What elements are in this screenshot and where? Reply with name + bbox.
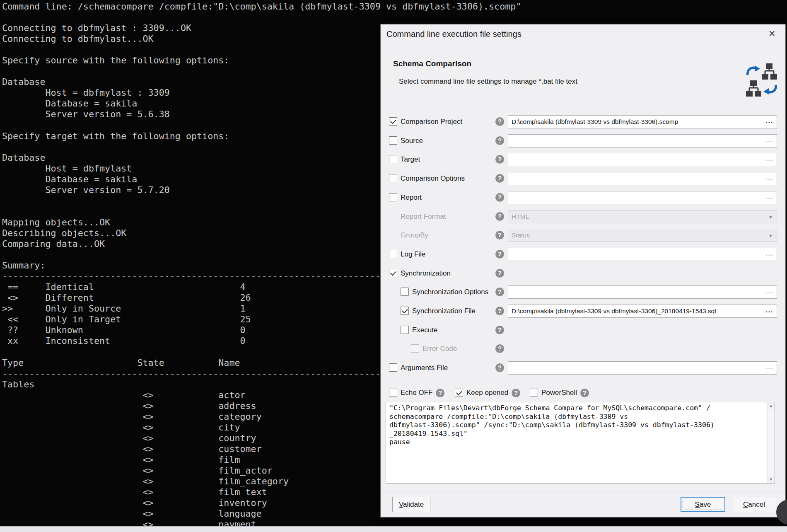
powershell-checkbox[interactable]	[530, 389, 538, 397]
synchronization-file-input[interactable]: D:\comp\sakila (dbfmylast-3309 vs dbfmyl…	[508, 305, 777, 318]
row-comparison-project: Comparison Project?D:\comp\sakila (dbfmy…	[381, 112, 786, 131]
report-format-value: HTML	[512, 210, 529, 223]
browse-button[interactable]: ...	[765, 153, 773, 164]
help-icon[interactable]: ?	[495, 136, 504, 145]
groupby-dropdown[interactable]: Status▼	[508, 229, 777, 242]
bat-file-text[interactable]: "C:\Program Files\Devart\dbForge Schema …	[389, 404, 762, 481]
comparison-project-label: Comparison Project	[401, 112, 462, 131]
browse-button[interactable]: ...	[765, 248, 773, 259]
row-groupby: GroupBy?Status▼	[381, 226, 786, 245]
scroll-up-icon[interactable]: ▲	[768, 402, 775, 409]
chevron-down-icon: ▼	[768, 210, 773, 224]
chevron-down-icon: ▼	[768, 229, 773, 242]
report-checkbox[interactable]	[389, 193, 397, 201]
help-icon[interactable]: ?	[495, 250, 504, 259]
log-file-label: Log File	[401, 245, 425, 264]
help-icon[interactable]: ?	[495, 117, 504, 126]
help-icon[interactable]: ?	[495, 193, 504, 202]
help-icon[interactable]: ?	[495, 326, 504, 334]
execute-label: Execute	[412, 321, 437, 340]
target-label: Target	[401, 150, 420, 169]
browse-button[interactable]: ...	[765, 116, 773, 126]
schema-comparison-subtitle: Select command line file settings to man…	[399, 77, 577, 86]
comparison-options-checkbox[interactable]	[389, 174, 397, 182]
help-icon[interactable]: ?	[495, 174, 504, 183]
echo-off-checkbox[interactable]	[389, 389, 397, 397]
row-source: Source?...	[381, 131, 786, 150]
echo-off-label: Echo OFF	[401, 389, 432, 397]
error-code-label: Error Code	[422, 339, 457, 358]
row-report: Report?...	[381, 188, 786, 207]
arguments-file-checkbox[interactable]	[389, 363, 397, 372]
comparison-options-input[interactable]: ...	[508, 172, 777, 185]
report-format-label: Report Format	[401, 207, 446, 226]
browse-button[interactable]: ...	[765, 172, 773, 183]
powershell-label: PowerShell	[541, 389, 577, 397]
close-icon[interactable]: ×	[765, 27, 779, 40]
row-log-file: Log File?...	[381, 245, 786, 264]
schema-sync-icon	[745, 63, 778, 97]
report-format-dropdown[interactable]: HTML▼	[508, 210, 777, 223]
bat-file-text-box: "C:\Program Files\Devart\dbForge Schema …	[386, 402, 775, 484]
error-code-checkbox[interactable]	[411, 344, 419, 353]
execute-checkbox[interactable]	[401, 326, 409, 334]
comparison-project-checkbox[interactable]	[389, 117, 397, 126]
bat-scrollbar[interactable]: ▲ ▼	[767, 402, 775, 483]
option-echo-off: Echo OFF?	[389, 383, 444, 402]
help-icon[interactable]: ?	[495, 307, 504, 315]
source-label: Source	[401, 131, 423, 150]
log-file-checkbox[interactable]	[389, 250, 397, 258]
synchronization-file-value: D:\comp\sakila (dbfmylast-3309 vs dbfmyl…	[512, 305, 716, 317]
comparison-options-label: Comparison Options	[401, 169, 465, 188]
help-icon[interactable]: ?	[495, 212, 504, 221]
row-synchronization-options: Synchronization Options?...	[381, 283, 786, 302]
row-error-code: Error Code?	[381, 339, 786, 358]
source-checkbox[interactable]	[389, 136, 397, 145]
scroll-down-icon[interactable]: ▼	[768, 476, 775, 483]
log-file-input[interactable]: ...	[508, 248, 777, 261]
synchronization-options-label: Synchronization Options	[412, 283, 488, 302]
help-icon[interactable]: ?	[495, 269, 504, 278]
synchronization-file-checkbox[interactable]	[401, 307, 409, 315]
help-icon[interactable]: ?	[495, 155, 504, 164]
command-line-settings-dialog: Command line execution file settings × S…	[380, 24, 786, 517]
comparison-project-value: D:\comp\sakila (dbfmylast-3309 vs dbfmyl…	[512, 116, 678, 128]
cancel-button[interactable]: Cancel	[732, 497, 776, 512]
synchronization-options-input[interactable]: ...	[508, 285, 777, 299]
synchronization-options-checkbox[interactable]	[401, 288, 409, 296]
arguments-file-input[interactable]: ...	[508, 361, 777, 375]
synchronization-checkbox[interactable]	[389, 269, 397, 277]
synchronization-file-label: Synchronization File	[412, 302, 476, 321]
help-icon[interactable]: ?	[495, 344, 504, 353]
browse-button[interactable]: ...	[765, 362, 773, 372]
help-icon[interactable]: ?	[580, 389, 589, 397]
report-input[interactable]: ...	[508, 191, 777, 204]
validate-button[interactable]: Validate	[392, 497, 430, 512]
help-icon[interactable]: ?	[436, 389, 444, 397]
comparison-project-input[interactable]: D:\comp\sakila (dbfmylast-3309 vs dbfmyl…	[508, 115, 777, 128]
groupby-label: GroupBy	[401, 226, 428, 245]
browse-button[interactable]: ...	[765, 135, 773, 145]
row-synchronization: Synchronization?	[381, 264, 786, 283]
arguments-file-label: Arguments File	[401, 358, 448, 377]
target-checkbox[interactable]	[389, 155, 397, 163]
schema-comparison-heading: Schema Comparison	[393, 59, 471, 68]
help-icon[interactable]: ?	[512, 389, 520, 397]
keep-opened-label: Keep opened	[466, 389, 508, 397]
report-label: Report	[401, 188, 422, 207]
dialog-title: Command line execution file settings	[386, 29, 521, 39]
row-execute: Execute?	[381, 321, 786, 340]
browse-button[interactable]: ...	[765, 191, 773, 202]
row-synchronization-file: Synchronization File?D:\comp\sakila (dbf…	[381, 302, 786, 321]
help-icon[interactable]: ?	[495, 363, 504, 372]
help-icon[interactable]: ?	[495, 288, 504, 296]
target-input[interactable]: ...	[508, 153, 777, 166]
row-target: Target?...	[381, 150, 786, 169]
save-button[interactable]: Save	[681, 497, 725, 512]
help-icon[interactable]: ?	[495, 231, 504, 239]
keep-opened-checkbox[interactable]	[455, 389, 463, 397]
browse-button[interactable]: ...	[765, 286, 773, 297]
browse-button[interactable]: ...	[765, 305, 773, 316]
synchronization-label: Synchronization	[401, 264, 451, 283]
source-input[interactable]: ...	[508, 134, 777, 148]
